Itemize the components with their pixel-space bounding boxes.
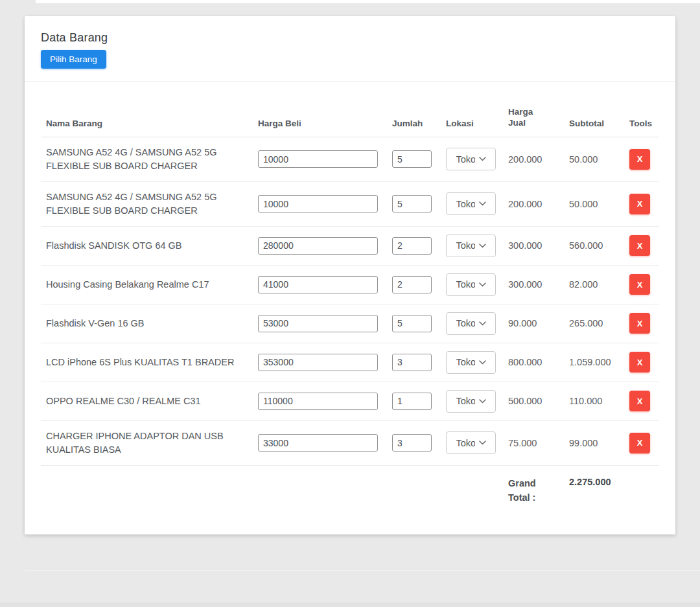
table-row: Flashdisk V-Gen 16 GB Toko 90.000 265.00… xyxy=(41,304,659,343)
header-harga-jual: Harga Jual xyxy=(508,82,569,137)
harga-jual-value: 300.000 xyxy=(508,265,569,304)
grand-total-label: Grand Total : xyxy=(508,476,541,505)
harga-beli-input[interactable] xyxy=(258,150,378,168)
table-row: Housing Casing Belakang Realme C17 Toko … xyxy=(41,265,659,304)
table-row: OPPO REALME C30 / REALME C31 Toko 500.00… xyxy=(41,382,659,420)
header-nama-barang: Nama Barang xyxy=(41,82,258,137)
delete-item-button[interactable]: X xyxy=(629,433,650,453)
item-name: CHARGER IPHONE ADAPTOR DAN USB KUALITAS … xyxy=(41,420,258,465)
lokasi-select[interactable]: Toko xyxy=(446,390,496,413)
harga-beli-input[interactable] xyxy=(258,354,378,371)
delete-item-button[interactable]: X xyxy=(629,313,650,334)
harga-jual-value: 200.000 xyxy=(508,181,569,226)
item-name: OPPO REALME C30 / REALME C31 xyxy=(41,382,258,420)
delete-item-button[interactable]: X xyxy=(629,194,650,214)
table-row: Flashdisk SANDISK OTG 64 GB Toko 300.000… xyxy=(41,226,659,265)
subtotal-value: 110.000 xyxy=(569,382,629,420)
pilih-barang-button[interactable]: Pilih Barang xyxy=(41,50,106,69)
grand-total-value-cell: 2.275.000 xyxy=(569,465,659,516)
jumlah-input[interactable] xyxy=(392,315,432,332)
chevron-down-icon xyxy=(479,360,486,365)
jumlah-input[interactable] xyxy=(392,237,432,255)
jumlah-input[interactable] xyxy=(392,393,432,410)
harga-jual-value: 300.000 xyxy=(508,226,569,265)
lokasi-select[interactable]: Toko xyxy=(446,148,496,170)
harga-jual-value: 90.000 xyxy=(508,304,569,343)
grand-total-row: Grand Total : 2.275.000 xyxy=(41,465,659,516)
harga-beli-input[interactable] xyxy=(258,315,378,332)
chevron-down-icon xyxy=(479,201,486,206)
table-row: LCD iPhone 6S Plus KUALITAS T1 BRADER To… xyxy=(41,343,659,382)
subtotal-value: 265.000 xyxy=(569,304,629,343)
delete-item-button[interactable]: X xyxy=(629,352,650,372)
lokasi-select[interactable]: Toko xyxy=(446,235,496,257)
section-divider xyxy=(25,570,700,571)
bottom-edge xyxy=(0,602,700,607)
lokasi-select[interactable]: Toko xyxy=(446,312,496,335)
lokasi-select[interactable]: Toko xyxy=(446,192,496,215)
top-bar-fragment xyxy=(36,0,700,3)
header-lokasi: Lokasi xyxy=(446,82,508,137)
delete-item-button[interactable]: X xyxy=(629,274,650,295)
harga-beli-input[interactable] xyxy=(258,276,378,293)
harga-jual-value: 800.000 xyxy=(508,343,569,382)
subtotal-value: 82.000 xyxy=(569,265,629,304)
card-header: Data Barang Pilih Barang xyxy=(25,16,675,82)
jumlah-input[interactable] xyxy=(392,195,432,212)
table-row: SAMSUNG A52 4G / SAMSUNG A52 5G FLEXIBLE… xyxy=(41,181,659,226)
harga-jual-value: 500.000 xyxy=(508,382,569,420)
delete-item-button[interactable]: X xyxy=(629,149,650,170)
table-row: SAMSUNG A52 4G / SAMSUNG A52 5G FLEXIBLE… xyxy=(41,137,659,181)
lokasi-select[interactable]: Toko xyxy=(446,273,496,296)
lokasi-select[interactable]: Toko xyxy=(446,431,496,454)
jumlah-input[interactable] xyxy=(392,276,432,293)
item-name: Flashdisk SANDISK OTG 64 GB xyxy=(41,226,258,265)
header-jumlah: Jumlah xyxy=(392,82,446,137)
delete-item-button[interactable]: X xyxy=(629,391,650,411)
jumlah-input[interactable] xyxy=(392,434,432,452)
subtotal-value: 99.000 xyxy=(569,420,629,465)
jumlah-input[interactable] xyxy=(392,354,432,371)
chevron-down-icon xyxy=(479,321,486,326)
harga-beli-input[interactable] xyxy=(258,393,378,410)
data-barang-card: Data Barang Pilih Barang Nama Barang Har… xyxy=(25,16,675,534)
grand-total-value: 2.275.000 xyxy=(569,477,611,487)
jumlah-input[interactable] xyxy=(392,150,432,168)
harga-beli-input[interactable] xyxy=(258,434,378,452)
subtotal-value: 50.000 xyxy=(569,181,629,226)
harga-beli-input[interactable] xyxy=(258,237,378,255)
item-name: Housing Casing Belakang Realme C17 xyxy=(41,265,258,304)
subtotal-value: 560.000 xyxy=(569,226,629,265)
harga-jual-value: 75.000 xyxy=(508,420,569,465)
item-name: SAMSUNG A52 4G / SAMSUNG A52 5G FLEXIBLE… xyxy=(41,137,258,181)
subtotal-value: 1.059.000 xyxy=(569,343,629,382)
harga-beli-input[interactable] xyxy=(258,195,378,212)
page-title: Data Barang xyxy=(41,31,659,45)
item-name: Flashdisk V-Gen 16 GB xyxy=(41,304,258,343)
header-subtotal: Subtotal xyxy=(569,82,629,137)
header-harga-beli: Harga Beli xyxy=(258,82,392,137)
chevron-down-icon xyxy=(479,282,486,287)
lokasi-select[interactable]: Toko xyxy=(446,351,496,374)
items-table-wrap: Nama Barang Harga Beli Jumlah Lokasi Har… xyxy=(25,82,675,516)
chevron-down-icon xyxy=(479,244,486,248)
subtotal-value: 50.000 xyxy=(569,137,629,181)
items-table: Nama Barang Harga Beli Jumlah Lokasi Har… xyxy=(41,82,659,516)
item-name: SAMSUNG A52 4G / SAMSUNG A52 5G FLEXIBLE… xyxy=(41,181,258,226)
header-tools: Tools xyxy=(629,82,659,137)
chevron-down-icon xyxy=(479,441,486,445)
delete-item-button[interactable]: X xyxy=(629,235,650,256)
chevron-down-icon xyxy=(479,399,486,404)
table-header-row: Nama Barang Harga Beli Jumlah Lokasi Har… xyxy=(41,82,659,137)
table-row: CHARGER IPHONE ADAPTOR DAN USB KUALITAS … xyxy=(41,420,659,465)
chevron-down-icon xyxy=(479,157,486,161)
harga-jual-value: 200.000 xyxy=(508,137,569,181)
item-name: LCD iPhone 6S Plus KUALITAS T1 BRADER xyxy=(41,343,258,382)
grand-total-label-cell: Grand Total : xyxy=(508,465,569,516)
